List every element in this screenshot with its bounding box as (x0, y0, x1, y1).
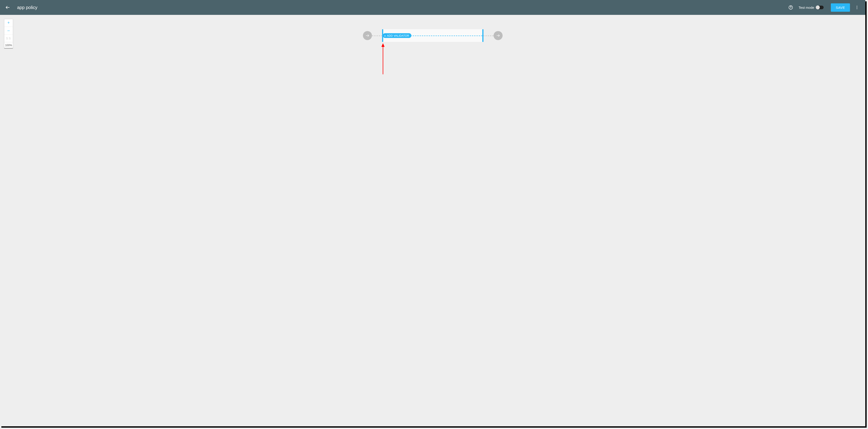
help-button[interactable] (787, 4, 795, 11)
app-window: app policy Test mode SAVE (0, 0, 865, 426)
arrow-left-icon (5, 5, 10, 10)
annotation-arrow (383, 46, 383, 73)
add-validator-button[interactable]: + ADD VALIDATOR (383, 33, 411, 38)
svg-point-5 (857, 8, 858, 9)
arrow-right-icon (496, 34, 500, 38)
policy-canvas[interactable]: + – 1:1 100% + ADD VALIDATOR (0, 15, 865, 426)
back-button[interactable] (4, 4, 11, 10)
svg-point-4 (857, 7, 858, 8)
test-mode-toggle[interactable] (816, 6, 824, 9)
pipeline-end-node[interactable] (494, 31, 503, 40)
arrow-right-icon (365, 34, 369, 38)
page-title: app policy (17, 5, 37, 10)
zoom-reset-button[interactable]: 1:1 (4, 34, 13, 42)
test-mode-label: Test mode (799, 6, 814, 9)
plus-icon: + (384, 34, 386, 37)
save-button[interactable]: SAVE (831, 3, 850, 12)
zoom-out-button[interactable]: – (4, 27, 13, 34)
svg-marker-9 (381, 43, 384, 47)
pipeline-start-node[interactable] (363, 31, 372, 40)
kebab-icon (855, 5, 859, 10)
zoom-control: + – 1:1 100% (4, 19, 13, 48)
add-validator-label: ADD VALIDATOR (387, 34, 409, 37)
test-mode-control: Test mode (799, 6, 824, 9)
header-bar: app policy Test mode SAVE (0, 0, 865, 15)
zoom-in-button[interactable]: + (4, 19, 13, 27)
help-circle-icon (788, 5, 793, 10)
more-menu-button[interactable] (853, 4, 861, 11)
toggle-knob (816, 5, 820, 9)
policy-pipeline: + ADD VALIDATOR (363, 29, 503, 42)
zoom-percent-label: 100% (4, 42, 13, 48)
svg-point-3 (857, 6, 858, 6)
